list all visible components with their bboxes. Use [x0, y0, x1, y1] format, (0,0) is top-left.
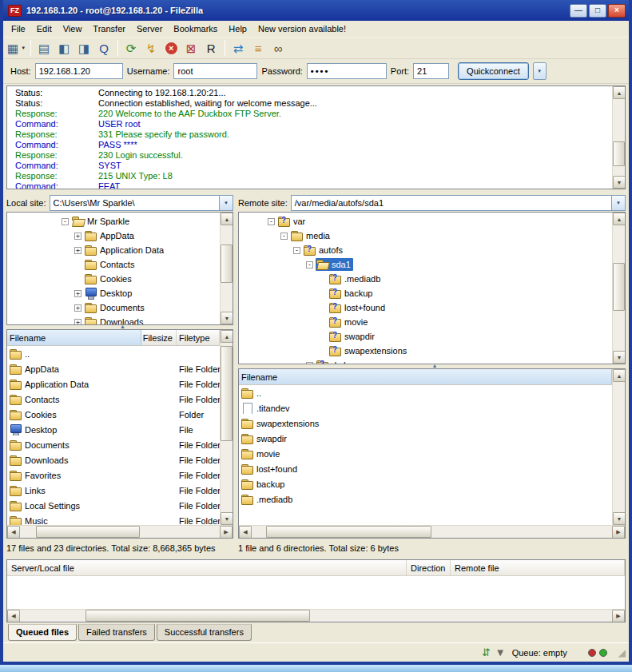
- local-pane-splitter[interactable]: ▲: [6, 325, 233, 329]
- toggle-local-tree-button[interactable]: ◧: [54, 38, 74, 58]
- tree-item-swapextensions[interactable]: ?swapextensions: [239, 344, 612, 358]
- scroll-left-button[interactable]: ◀: [7, 610, 20, 622]
- tree-item-dvd[interactable]: +?dvd: [239, 358, 612, 364]
- combo-dropdown-icon[interactable]: ▼: [219, 196, 233, 210]
- site-manager-button[interactable]: ▦▼: [6, 38, 26, 58]
- menu-item-edit[interactable]: Edit: [31, 22, 58, 36]
- maximize-button[interactable]: □: [589, 4, 606, 18]
- minimize-button[interactable]: —: [570, 4, 587, 18]
- local-site-combo[interactable]: C:\Users\Mr Sparkle\ ▼: [50, 195, 233, 211]
- resize-grip[interactable]: ◢: [618, 647, 626, 658]
- synchronized-browsing-button[interactable]: ⇄: [229, 38, 248, 58]
- column-header-filetype[interactable]: Filetype: [177, 330, 220, 345]
- collapse-minus-icon[interactable]: -: [268, 218, 275, 225]
- menu-item-file[interactable]: File: [6, 22, 31, 36]
- toggle-queue-button[interactable]: Q: [94, 38, 113, 58]
- scroll-up-button[interactable]: ▲: [221, 213, 233, 225]
- file-row[interactable]: ..: [239, 385, 612, 400]
- tab-successful-transfers[interactable]: Successful transfers: [157, 624, 252, 641]
- scrollbar-thumb[interactable]: [36, 526, 140, 538]
- expand-plus-icon[interactable]: +: [74, 247, 81, 254]
- username-input[interactable]: [173, 63, 257, 79]
- scroll-right-button[interactable]: ▶: [220, 526, 233, 539]
- scrollbar-track[interactable]: [20, 526, 220, 538]
- tree-item-mr-sparkle[interactable]: -Mr Sparkle: [7, 214, 220, 229]
- file-row[interactable]: lost+found: [239, 461, 612, 476]
- find-files-button[interactable]: ∞: [268, 38, 288, 58]
- scrollbar-track[interactable]: [221, 343, 233, 512]
- quickconnect-dropdown-button[interactable]: ▼: [533, 62, 547, 80]
- remote-pane-splitter[interactable]: ▲: [238, 364, 626, 368]
- remote-list-scrollbar[interactable]: ▲ ▼: [612, 369, 625, 525]
- column-header-filename[interactable]: Filename: [7, 330, 141, 345]
- tree-item-movie[interactable]: ?movie: [239, 315, 612, 329]
- column-header-filename[interactable]: Filename: [239, 369, 612, 384]
- tree-item-contacts[interactable]: Contacts: [7, 257, 220, 272]
- file-row[interactable]: DesktopFile: [7, 422, 220, 437]
- tree-item-cookies[interactable]: Cookies: [7, 272, 220, 286]
- file-row[interactable]: CookiesFolder: [7, 407, 220, 422]
- column-header-filesize[interactable]: Filesize: [141, 330, 177, 345]
- process-queue-button[interactable]: ↯: [141, 38, 161, 58]
- file-row[interactable]: Local SettingsFile Folder: [7, 498, 220, 513]
- toggle-message-log-button[interactable]: ▤: [34, 38, 54, 58]
- scroll-down-button[interactable]: ▼: [613, 351, 626, 364]
- close-button[interactable]: ×: [608, 4, 626, 18]
- scroll-up-button[interactable]: ▲: [613, 213, 626, 225]
- scroll-down-button[interactable]: ▼: [613, 176, 626, 189]
- file-row[interactable]: movie: [239, 446, 612, 461]
- queue-list[interactable]: [7, 576, 625, 609]
- scrollbar-thumb[interactable]: [613, 263, 625, 311]
- remote-list-horizontal-scrollbar[interactable]: ◀ ▶: [239, 525, 625, 538]
- tab-failed-transfers[interactable]: Failed transfers: [78, 624, 155, 641]
- file-row[interactable]: DocumentsFile Folder: [7, 437, 220, 452]
- file-row[interactable]: LinksFile Folder: [7, 483, 220, 498]
- scroll-down-button[interactable]: ▼: [221, 512, 233, 525]
- collapse-minus-icon[interactable]: -: [62, 218, 69, 225]
- expand-plus-icon[interactable]: +: [306, 362, 313, 364]
- collapse-minus-icon[interactable]: -: [306, 261, 313, 268]
- quickconnect-button[interactable]: Quickconnect: [458, 62, 529, 80]
- tab-queued-files[interactable]: Queued files: [8, 624, 77, 641]
- scrollbar-thumb[interactable]: [266, 526, 431, 538]
- scroll-left-button[interactable]: ◀: [7, 526, 20, 539]
- queue-horizontal-scrollbar[interactable]: ◀ ▶: [7, 609, 625, 622]
- combo-dropdown-icon[interactable]: ▼: [611, 196, 625, 210]
- scroll-down-button[interactable]: ▼: [221, 312, 233, 324]
- dropdown-arrow-icon[interactable]: ▼: [21, 46, 26, 50]
- reconnect-button[interactable]: R: [201, 38, 221, 58]
- port-input[interactable]: [413, 63, 449, 79]
- file-row[interactable]: backup: [239, 476, 612, 491]
- expand-plus-icon[interactable]: +: [74, 290, 81, 297]
- file-row[interactable]: MusicFile Folder: [7, 513, 220, 525]
- remote-tree-scrollbar[interactable]: ▲ ▼: [612, 213, 625, 364]
- file-row[interactable]: swapextensions: [239, 416, 612, 431]
- scrollbar-track[interactable]: [221, 225, 233, 312]
- directory-comparison-button[interactable]: ≡: [248, 38, 268, 58]
- expand-plus-icon[interactable]: +: [74, 233, 81, 240]
- tree-item-sda1[interactable]: -sda1: [239, 257, 612, 272]
- menu-item-new-version-available[interactable]: New version available!: [252, 22, 352, 36]
- scrollbar-thumb[interactable]: [221, 245, 233, 284]
- password-input[interactable]: [307, 63, 387, 79]
- scroll-down-button[interactable]: ▼: [613, 512, 625, 525]
- message-log-scrollbar[interactable]: ▲ ▼: [612, 86, 625, 189]
- speed-limits-icon[interactable]: ⇵: [482, 647, 491, 658]
- collapse-minus-icon[interactable]: -: [293, 247, 300, 254]
- tree-item-documents[interactable]: +Documents: [7, 300, 220, 315]
- tree-item-desktop[interactable]: +Desktop: [7, 286, 220, 300]
- scroll-up-button[interactable]: ▲: [221, 330, 233, 343]
- remote-site-combo[interactable]: /var/media/autofs/sda1 ▼: [291, 195, 626, 211]
- scrollbar-thumb[interactable]: [613, 141, 625, 166]
- tree-item-var[interactable]: -?var: [239, 214, 612, 229]
- refresh-button[interactable]: ⟳: [121, 38, 141, 58]
- menu-item-help[interactable]: Help: [223, 22, 252, 36]
- scrollbar-thumb[interactable]: [221, 346, 233, 441]
- tree-item-lost-found[interactable]: ?lost+found: [239, 300, 612, 315]
- tree-item-downloads[interactable]: +Downloads: [7, 315, 220, 324]
- menu-item-view[interactable]: View: [58, 22, 88, 36]
- scroll-up-button[interactable]: ▲: [613, 369, 625, 382]
- local-list-horizontal-scrollbar[interactable]: ◀ ▶: [7, 525, 233, 538]
- scrollbar-thumb[interactable]: [85, 610, 311, 622]
- tree-item-mediadb[interactable]: ?.mediadb: [239, 272, 612, 286]
